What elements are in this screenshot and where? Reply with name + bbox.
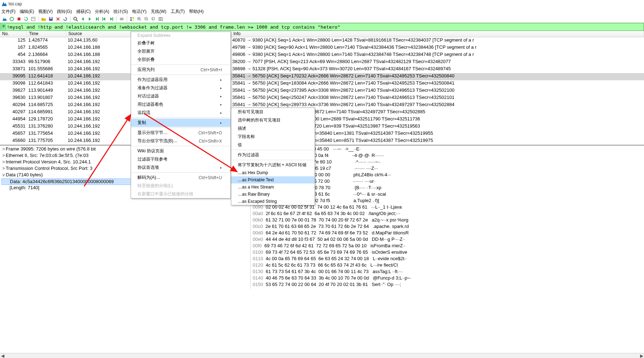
scroll-right-icon[interactable]: ▶ (639, 353, 644, 358)
menu-item[interactable]: 描述 (231, 124, 315, 133)
hex-line[interactable]: 0120 4c 61 5c 62 6c 61 73 73 66 6c 65 63… (253, 262, 642, 269)
packet-row[interactable]: 33871101.55568610.244.166.19238698 → 513… (0, 66, 644, 73)
packet-row[interactable]: 3334399.51790610.244.166.19238200 → 7077… (0, 59, 644, 66)
packet-row[interactable]: 45531131.37628010.244.166.192 0 Ack=373 … (0, 123, 644, 130)
horizontal-scrollbar[interactable]: ◀ ▶ (0, 353, 644, 358)
menu-stats[interactable]: 统计(S) (113, 9, 128, 15)
tool-back-icon[interactable] (79, 16, 86, 22)
menu-item[interactable]: 导出分组字节流(B)…Ctrl+Shift+X (131, 137, 231, 145)
packet-list[interactable]: 1251.42677410.244.135.6040870 → 9380 [AC… (0, 37, 644, 145)
context-menu-copy[interactable]: 所有可见项目选中树的所有可见项目描述字段名称值作为过滤器将字节复制为十六进制 +… (231, 108, 315, 205)
tool-goto-icon[interactable] (94, 16, 100, 22)
packet-row[interactable]: 4542.13666410.244.166.18849806 → 9380 [A… (0, 52, 644, 59)
tool-options-icon[interactable] (30, 16, 37, 22)
menu-item[interactable]: 选中树的所有可见项目 (231, 116, 315, 124)
hex-line[interactable]: 00a0 2f 6c 61 6e 67 2f 4f 62 6a 65 63 74… (253, 211, 642, 217)
hex-line[interactable]: 0160 4c 00 04 70 72 65 76 74 00 1d 4c 6f… (253, 288, 642, 289)
tool-close-icon[interactable] (55, 16, 61, 22)
menu-item[interactable]: 解码为(A)…Ctrl+Shift+U (131, 173, 231, 182)
hex-line[interactable]: 00d0 64 2e 4d 61 70 50 61 72 74 69 74 69… (253, 230, 642, 237)
tool-zoomin-icon[interactable] (136, 16, 142, 22)
menu-item[interactable]: 所有可见项目 (231, 108, 315, 116)
tool-resize-icon[interactable] (158, 16, 164, 22)
menu-capture[interactable]: 捕获(C) (76, 9, 91, 15)
menu-item[interactable]: 折叠子树 (131, 39, 231, 47)
menu-edit[interactable]: 编辑(E) (20, 9, 34, 15)
menu-item[interactable]: 过滤器字段参考 (131, 155, 231, 163)
menu-help[interactable]: 帮助(H) (189, 9, 204, 15)
tool-save-icon[interactable] (48, 16, 54, 22)
tool-shark-icon[interactable] (1, 16, 8, 22)
bookmark-icon[interactable] (1, 24, 6, 29)
hex-line[interactable]: 00f0 69 73 46 72 6f 6d 42 61 72 72 69 65… (253, 243, 642, 249)
packet-row[interactable]: 44954129.17872010.244.166.192 3 Ack=69 W… (0, 116, 644, 123)
packet-row[interactable]: 40294114.68572510.244.166.19235841 → 567… (0, 102, 644, 109)
menu-analyze[interactable]: 分析(A) (95, 9, 109, 15)
tool-find-icon[interactable] (72, 16, 79, 22)
packet-row[interactable]: 1251.42677410.244.135.6040870 → 9380 [AC… (0, 37, 644, 44)
menu-item[interactable]: 值 (231, 141, 315, 149)
display-filter-input[interactable] (7, 24, 643, 30)
packet-row[interactable]: 45657131.77565410.244.166.192 7643 Ack=2… (0, 130, 644, 138)
menu-wireless[interactable]: 无线(W) (151, 9, 166, 15)
tool-color-icon[interactable] (129, 16, 135, 22)
tool-first-icon[interactable] (101, 16, 107, 22)
menu-item[interactable]: 字段名称 (231, 133, 315, 141)
packet-row[interactable]: 39098112.64184310.244.166.19235841 → 567… (0, 80, 644, 87)
context-menu-main[interactable]: Expand Subtrees折叠子树全部展开全部折叠应用为列Ctrl+Shif… (131, 32, 231, 199)
menu-item[interactable]: Wiki 协议页面 (131, 147, 231, 155)
menu-item[interactable]: 全部折叠 (131, 56, 231, 64)
scroll-left-icon[interactable]: ◀ (0, 353, 5, 358)
packet-row[interactable]: 39630113.90180710.244.166.19235841 → 567… (0, 95, 644, 102)
tool-open-icon[interactable] (40, 16, 47, 22)
hex-line[interactable]: 0130 61 73 73 54 61 67 3b 4c 00 01 66 74… (253, 269, 642, 275)
menu-item[interactable]: 显示分组字节…Ctrl+Shift+O (131, 129, 231, 137)
menu-item[interactable]: …as Printable Text (231, 176, 315, 183)
column-source[interactable]: Source (66, 31, 131, 37)
packet-row[interactable]: 39627113.90144910.244.166.19235841 → 567… (0, 87, 644, 95)
column-time[interactable]: Time (27, 31, 66, 37)
menu-item[interactable]: 全部展开 (131, 47, 231, 56)
tool-stop-icon[interactable] (16, 16, 22, 22)
menu-item[interactable]: …as Escaped String (231, 198, 315, 205)
tool-restart-icon[interactable] (23, 16, 29, 22)
menu-item[interactable]: …as Hex Dump (231, 169, 315, 176)
column-no[interactable]: No. (0, 31, 27, 37)
tool-autoscroll-icon[interactable] (118, 16, 125, 22)
menu-item[interactable]: 对话过滤器 (131, 92, 231, 100)
menu-tel[interactable]: 电话(Y) (132, 9, 146, 15)
menu-view[interactable]: 视图(V) (38, 9, 53, 15)
tool-zoom100-icon[interactable]: 1 (150, 16, 157, 22)
hex-line[interactable]: 0140 40 46 75 6e 63 70 64 33 3b 4c 00 10… (253, 275, 642, 282)
packet-row[interactable]: 39095112.64141810.244.166.19235841 → 567… (0, 73, 644, 80)
packet-row[interactable]: 1671.82456510.244.166.18849798 → 9380 [A… (0, 44, 644, 52)
column-info[interactable]: Info (231, 31, 644, 37)
tool-reload-icon[interactable] (62, 16, 68, 22)
hex-line[interactable]: 0150 53 65 72 74 00 22 00 64 20 4f 70 20… (253, 282, 642, 288)
menu-item[interactable]: 用过滤器着色 (131, 100, 231, 109)
hex-line[interactable]: 0100 69 73 4f 72 64 65 72 53 65 6e 73 69… (253, 249, 642, 256)
menu-item[interactable]: 作为过滤器 (231, 151, 315, 159)
menu-item[interactable]: 作为过滤器应用 (131, 76, 231, 84)
menu-item[interactable]: 协议首选项 (131, 163, 231, 172)
packet-row[interactable]: 45660131.77570510.244.166.192 0027 Ack=2… (0, 138, 644, 145)
menu-file[interactable]: 文件(F) (1, 9, 15, 15)
menu-item[interactable]: 追踪流 (131, 109, 231, 117)
hex-line[interactable]: 0110 4c 00 0a 65 76 69 64 65 6e 63 65 24… (253, 256, 642, 262)
menu-tools[interactable]: 工具(T) (171, 9, 185, 15)
menu-item[interactable]: 应用为列Ctrl+Shift+I (131, 66, 231, 74)
menu-item[interactable]: 将字节复制为十六进制 + ASCII 转储 (231, 161, 315, 169)
tool-last-icon[interactable] (108, 16, 115, 22)
packet-row[interactable]: 40297114.68599110.244.166.192 6 Ack=3736… (0, 109, 644, 116)
tool-zoomout-icon[interactable] (143, 16, 150, 22)
menu-item[interactable]: …as Raw Binary (231, 191, 315, 198)
menu-go[interactable]: 跳转(G) (57, 9, 72, 15)
hex-line[interactable]: 00b0 61 32 71 00 7e 00 01 78 70 74 00 20… (253, 217, 642, 224)
hex-line[interactable]: 00c0 2e 61 70 61 63 68 65 2e 73 70 61 72… (253, 224, 642, 230)
tool-capture-icon[interactable] (9, 16, 15, 22)
tool-forward-icon[interactable] (87, 16, 93, 22)
menu-item[interactable]: 复制 (131, 119, 231, 127)
menu-item[interactable]: 准备作为过滤器 (131, 84, 231, 92)
hex-line[interactable]: 00e0 44 44 de 4d d8 10 f3 67 50 a4 02 00… (253, 237, 642, 243)
menu-item[interactable]: …as a Hex Stream (231, 183, 315, 191)
